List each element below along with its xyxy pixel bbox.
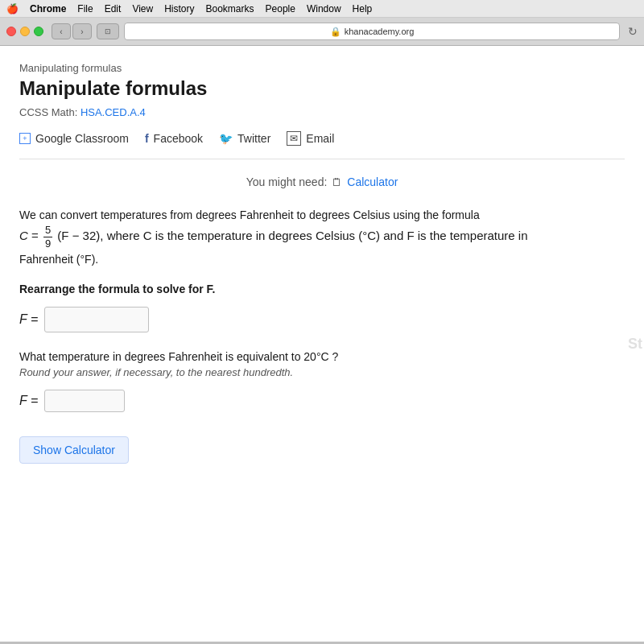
- email-share[interactable]: ✉ Email: [287, 131, 334, 146]
- minimize-button[interactable]: [20, 27, 30, 36]
- ccss-label: CCSS Math: HSA.CED.A.4: [19, 106, 625, 118]
- first-answer-row: F =: [19, 307, 625, 332]
- forward-button[interactable]: ›: [72, 23, 92, 39]
- refresh-icon[interactable]: ↻: [628, 25, 638, 38]
- problem-intro: We can convert temperatures from degrees…: [19, 208, 480, 221]
- first-answer-input[interactable]: [44, 307, 149, 332]
- facebook-share[interactable]: f Facebook: [145, 132, 203, 145]
- facebook-icon: f: [145, 132, 149, 145]
- close-button[interactable]: [6, 27, 16, 36]
- menu-chrome[interactable]: Chrome: [30, 3, 66, 14]
- second-answer-input[interactable]: [44, 390, 125, 412]
- address-text: khanacademy.org: [345, 27, 415, 36]
- twitter-label: Twitter: [237, 132, 270, 145]
- menu-people[interactable]: People: [266, 3, 295, 14]
- menu-edit[interactable]: Edit: [105, 3, 122, 14]
- share-bar: + Google Classroom f Facebook 🐦 Twitter …: [19, 131, 625, 159]
- menu-bookmarks[interactable]: Bookmarks: [206, 3, 254, 14]
- google-classroom-label: Google Classroom: [35, 132, 129, 145]
- twitter-icon: 🐦: [219, 132, 233, 145]
- f-label-1: F =: [19, 312, 38, 327]
- fraction-denominator: 9: [43, 237, 52, 250]
- menu-history[interactable]: History: [164, 3, 194, 14]
- menu-help[interactable]: Help: [353, 3, 373, 14]
- page-title: Manipulate formulas: [19, 77, 625, 100]
- menu-file[interactable]: File: [77, 3, 93, 14]
- breadcrumb: Manipulating formulas: [19, 62, 625, 74]
- apple-menu[interactable]: 🍎: [6, 3, 19, 14]
- browser-chrome: ‹ › ⊡ 🔒 khanacademy.org ↻: [0, 18, 644, 46]
- google-classroom-share[interactable]: + Google Classroom: [19, 132, 129, 145]
- page-content: Manipulating formulas Manipulate formula…: [0, 46, 644, 642]
- show-calculator-button[interactable]: Show Calculator: [19, 436, 129, 464]
- formula-end: Fahrenheit (°F).: [19, 253, 98, 266]
- menu-window[interactable]: Window: [307, 3, 341, 14]
- second-answer-row: F =: [19, 390, 625, 412]
- f-label-2: F =: [19, 394, 38, 408]
- maximize-button[interactable]: [34, 27, 43, 36]
- facebook-label: Facebook: [154, 132, 203, 145]
- fraction-display: 5 9: [43, 224, 52, 250]
- ccss-link[interactable]: HSA.CED.A.4: [80, 106, 146, 118]
- menu-bar: 🍎 Chrome File Edit View History Bookmark…: [0, 0, 644, 18]
- back-button[interactable]: ‹: [52, 23, 71, 39]
- fraction-numerator: 5: [43, 224, 52, 237]
- address-bar[interactable]: 🔒 khanacademy.org: [124, 23, 620, 40]
- problem-text: We can convert temperatures from degrees…: [19, 206, 625, 268]
- calculator-note-text: You might need:: [246, 175, 328, 188]
- calculator-icon: 🗒: [332, 176, 342, 188]
- tab-view-button[interactable]: ⊡: [97, 23, 119, 39]
- menu-view[interactable]: View: [132, 3, 153, 14]
- formula-rest: (F − 32), where C is the temperature in …: [57, 229, 527, 242]
- google-classroom-icon: +: [19, 133, 31, 144]
- calculator-note: You might need: 🗒 Calculator: [19, 175, 625, 188]
- email-icon: ✉: [287, 131, 301, 146]
- email-label: Email: [306, 132, 334, 145]
- twitter-share[interactable]: 🐦 Twitter: [219, 132, 270, 145]
- calculator-label[interactable]: Calculator: [347, 175, 398, 188]
- rearrange-instruction: Rearrange the formula to solve for F.: [19, 283, 625, 295]
- traffic-lights: [6, 27, 43, 36]
- lock-icon: 🔒: [330, 27, 341, 37]
- hint-text: Round your answer, if necessary, to the …: [19, 366, 625, 378]
- question-2: What temperature in degrees Fahrenheit i…: [19, 350, 625, 363]
- right-sidebar-peek: St: [628, 336, 644, 353]
